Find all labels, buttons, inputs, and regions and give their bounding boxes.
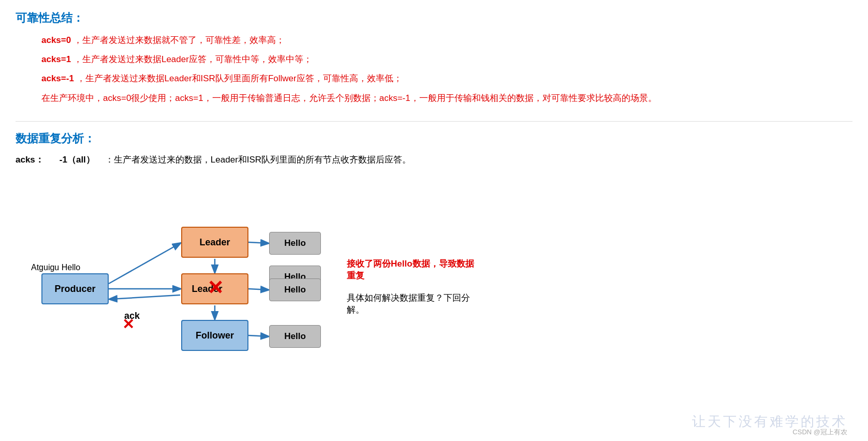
acks-text-0: ，生产者发送过来数据就不管了，可靠性差，效率高； <box>73 35 285 45</box>
atguigu-label: Atguigu Hello <box>31 263 80 272</box>
acks-keyword-2: acks=-1 <box>41 74 74 83</box>
follower-node: Follower <box>181 320 248 351</box>
acks-text-2: ，生产者发送过来数据Leader和ISR队列里面所有Follwer应答，可靠性高… <box>77 74 402 83</box>
data-box-hello-3: Hello <box>269 278 321 301</box>
acks-text-1: ，生产者发送过来数据Leader应答，可靠性中等，效率中等； <box>73 54 312 64</box>
divider <box>16 121 852 122</box>
csdn-credit: CSDN @冠上有农 <box>792 428 847 437</box>
acks-value: -1（all） <box>60 154 95 166</box>
reliability-section: 可靠性总结： acks=0 ，生产者发送过来数据就不管了，可靠性差，效率高； a… <box>16 10 852 106</box>
diagram-container: Atguigu Hello Producer Leader Leader ✕ F… <box>16 175 481 346</box>
acks-item-0: acks=0 ，生产者发送过来数据就不管了，可靠性差，效率高； <box>41 33 852 47</box>
svg-line-2 <box>248 242 268 243</box>
data-box-hello-4: Hello <box>269 325 321 348</box>
svg-line-0 <box>109 243 180 284</box>
data-repeat-title: 数据重复分析： <box>16 131 852 146</box>
data-repeat-section: 数据重复分析： acks： -1（all） ：生产者发送过来的数据，Leader… <box>16 131 852 346</box>
note-black: 具体如何解决数据重复？下回分解。 <box>347 292 481 316</box>
acks-keyword-0: acks=0 <box>41 35 71 45</box>
svg-line-7 <box>110 295 180 299</box>
acks-label: acks： <box>16 154 44 166</box>
reliability-title: 可靠性总结： <box>16 10 852 26</box>
ack-x-icon: ✕ <box>122 316 134 333</box>
leader-mid-node: Leader <box>181 273 248 304</box>
acks-note: 在生产环境中，acks=0很少使用；acks=1，一般用于传输普通日志，允许丢个… <box>41 91 852 106</box>
producer-node: Producer <box>41 273 109 304</box>
acks-label-row: acks： -1（all） ：生产者发送过来的数据，Leader和ISR队列里面… <box>16 154 852 166</box>
leader-mid-wrapper: Leader ✕ <box>181 273 248 304</box>
leader-top-node: Leader <box>181 227 248 258</box>
data-box-hello-1: Hello <box>269 232 321 255</box>
acks-desc: ：生产者发送过来的数据，Leader和ISR队列里面的所有节点收齐数据后应答。 <box>105 154 411 166</box>
acks-item-2: acks=-1 ，生产者发送过来数据Leader和ISR队列里面所有Follwe… <box>41 71 852 85</box>
acks-keyword-1: acks=1 <box>41 54 71 64</box>
note-red: 接收了两份Hello数据，导致数据重复 <box>347 258 481 282</box>
svg-line-5 <box>248 335 268 336</box>
svg-line-3 <box>248 289 268 290</box>
acks-item-1: acks=1 ，生产者发送过来数据Leader应答，可靠性中等，效率中等； <box>41 52 852 66</box>
side-notes: 接收了两份Hello数据，导致数据重复 具体如何解决数据重复？下回分解。 <box>347 258 481 316</box>
